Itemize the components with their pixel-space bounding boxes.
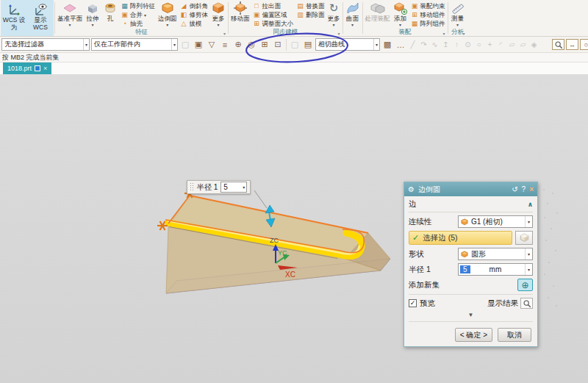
selection-filter-dropdown[interactable]: 无选择过滤器▾ — [1, 38, 90, 51]
surface-button[interactable]: 曲面▾ — [344, 0, 362, 27]
stop-at-intersection-icon[interactable]: ▩ — [381, 39, 393, 51]
curve-rule-dropdown[interactable]: 相切曲线▾ — [315, 38, 380, 51]
feature-more-button[interactable]: 更多▾ — [209, 0, 227, 27]
chevron-down-icon: ▾ — [525, 248, 532, 259]
snap-point-toggle-icon[interactable]: ⊕ — [232, 39, 244, 51]
datum-plane-button[interactable]: 基准平面▾ — [56, 0, 84, 27]
window-orient-button[interactable]: ○ — [580, 39, 588, 50]
edge-section-label: 边 — [409, 199, 417, 210]
dialog-titlebar[interactable]: ⚙ 边倒圆 ↺ ? × — [404, 182, 537, 196]
checkbox-checked-icon[interactable]: ✓ — [409, 299, 417, 307]
draft-icon: △ — [180, 20, 188, 28]
face-rule-icon[interactable]: ▤ — [302, 39, 314, 51]
resize-face-button[interactable]: ⊞调整面大小 — [253, 20, 294, 28]
shell-button[interactable]: ◔抽壳 — [121, 20, 155, 28]
unite-button[interactable]: ▣合并▾ — [121, 11, 155, 19]
selection-list-icon[interactable]: ≡ — [219, 39, 231, 51]
chevron-down-icon: ▾ — [373, 39, 379, 50]
dialog-title: 边倒圆 — [418, 185, 508, 195]
screen-speckles — [543, 189, 558, 307]
assembly-constraints-button[interactable]: ▣装配约束 — [411, 2, 445, 10]
move-face-button[interactable]: 移动面 — [229, 0, 251, 23]
radius-value-field[interactable]: 5 mm ▾ — [458, 263, 533, 276]
entire-assembly-icon: ▢ — [179, 39, 191, 51]
dialog-expand-arrow[interactable]: ▼ — [409, 312, 533, 318]
snap-curve-icon: ↷ — [419, 39, 429, 51]
interpart-link-icon[interactable]: ▣ — [193, 39, 204, 51]
feature-dialog-launcher[interactable]: ▾ — [223, 31, 226, 36]
selection-filter-icon[interactable]: ▽ — [206, 39, 218, 51]
assembly-group-label: 装配 — [399, 28, 412, 37]
assembly-dialog-launcher[interactable]: ▾ — [442, 31, 445, 36]
pattern-component-button[interactable]: ▦阵列组件 — [411, 20, 445, 28]
snap-endpoint-icon: ↑ — [452, 39, 462, 51]
selection-scope-dropdown[interactable]: 仅在工作部件内▾ — [91, 38, 178, 51]
draft-button[interactable]: △拔模 — [180, 20, 209, 28]
show-result-control[interactable]: 显示结果 — [487, 298, 533, 309]
analysis-group: 测量▾ 分析▾ — [449, 0, 467, 36]
measure-button[interactable]: 测量▾ — [449, 0, 467, 27]
add-component-button[interactable]: 添加▾ — [392, 0, 409, 27]
analysis-dialog-launcher[interactable]: ▾ — [462, 31, 465, 36]
extrude-button[interactable]: 拉伸▾ — [84, 0, 101, 27]
drag-grip-icon[interactable] — [190, 182, 194, 192]
collapse-chevron-icon[interactable]: ∧ — [528, 201, 533, 208]
pattern-feature-button[interactable]: ▦阵列特征 — [121, 2, 155, 10]
replace-face-button[interactable]: ▤替换面 — [296, 2, 325, 10]
highlight-selection-icon[interactable]: ◎ — [245, 39, 257, 51]
part-tab-label: 1018.prt — [7, 65, 32, 72]
pull-face-button[interactable]: □拉出面 — [253, 2, 294, 10]
move-component-button[interactable]: ⊞移动组件 — [411, 11, 445, 19]
edge-selection-cube-button[interactable] — [515, 231, 533, 245]
chevron-down-icon: ▾ — [91, 23, 93, 27]
chamfer-button[interactable]: ◢倒斜角 — [180, 2, 209, 10]
dialog-help-icon[interactable]: ? — [522, 185, 526, 193]
preview-label: 预览 — [420, 298, 435, 309]
xc-axis-label: XC — [285, 271, 295, 279]
sync-group-label: 同步建模 — [273, 28, 298, 37]
hole-button[interactable]: 孔 — [101, 0, 119, 23]
edge-blend-button[interactable]: 边倒圆▾ — [157, 0, 179, 27]
edge-blend-dialog: ⚙ 边倒圆 ↺ ? × 边 ∧ 连续性 G1 (相切) ▾ ✓ — [404, 182, 538, 347]
window-zoom-button[interactable] — [552, 39, 564, 50]
general-selection-icon[interactable]: ⊞ — [259, 39, 270, 51]
magnifier-icon[interactable] — [520, 298, 533, 309]
preview-checkbox[interactable]: ✓ 预览 — [409, 298, 435, 309]
continuity-select[interactable]: G1 (相切) ▾ — [458, 215, 533, 228]
add-new-set-label: 添加新集 — [409, 280, 440, 290]
offset-region-button[interactable]: ▣偏置区域 — [253, 11, 294, 19]
wcs-set-button[interactable]: WCS 设为 — [1, 0, 27, 32]
resize-face-icon: ⊞ — [253, 20, 261, 28]
chevron-down-icon: ▾ — [332, 23, 334, 27]
trim-body-button[interactable]: ◧修剪体 — [180, 11, 209, 19]
snap-center-icon: ⊙ — [463, 39, 473, 51]
tab-close-icon[interactable]: × — [43, 65, 47, 72]
edge-section-header[interactable]: 边 ∧ — [409, 198, 533, 212]
rectangle-region-icon[interactable]: ⊡ — [272, 39, 284, 51]
delete-face-button[interactable]: ▥删除面 — [296, 11, 325, 19]
analysis-group-label: 分析 — [451, 28, 464, 37]
dialog-close-icon[interactable]: × — [529, 185, 534, 193]
sync-more-button[interactable]: ↻更多▾ — [326, 0, 342, 27]
chevron-down-icon: ▾ — [217, 23, 219, 27]
more-options-icon[interactable]: … — [395, 39, 406, 51]
cancel-button[interactable]: 取消 — [498, 328, 531, 342]
zc-axis-label: ZC — [270, 237, 279, 244]
shape-select[interactable]: 圆形 ▾ — [458, 248, 533, 260]
process-assembly-button: 处理装配 — [364, 0, 392, 23]
select-edge-row[interactable]: ✓ 选择边 (5) — [409, 231, 512, 245]
radius-floating-label: 半径 1 — [197, 182, 218, 193]
dialog-gear-icon[interactable]: ⚙ — [408, 185, 415, 193]
add-new-set-button[interactable]: ⊕ — [517, 279, 533, 291]
onscreen-radius-input[interactable]: 半径 1 5 ▾ — [187, 180, 251, 194]
dialog-reset-icon[interactable]: ↺ — [512, 185, 517, 193]
ok-button[interactable]: < 确定 > — [455, 328, 492, 342]
feature-group-label: 特征 — [135, 28, 148, 37]
part-tab[interactable]: 1018.prt × — [3, 62, 51, 74]
chevron-down-icon: ▾ — [144, 12, 146, 18]
radius-floating-field[interactable]: 5 ▾ — [220, 182, 247, 193]
sync-dialog-launcher[interactable]: ▾ — [337, 31, 340, 36]
window-fit-button[interactable]: ↔ — [566, 39, 578, 50]
surface-group: 曲面▾ — [344, 0, 362, 36]
wcs-display-button[interactable]: 显示 WCS — [27, 0, 54, 32]
